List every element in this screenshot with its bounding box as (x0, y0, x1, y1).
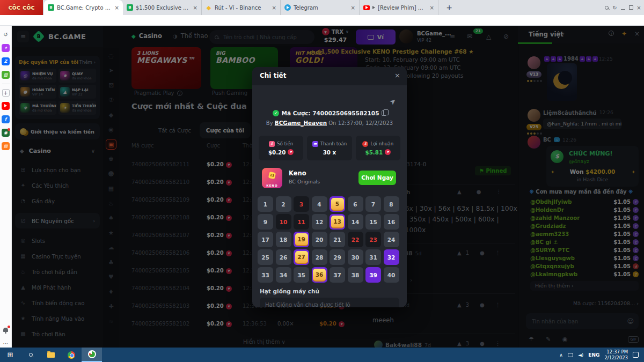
keno-cell[interactable]: 26 (276, 249, 291, 265)
keno-cell[interactable]: 30 (348, 249, 363, 265)
keno-cell[interactable]: 8 (384, 196, 399, 212)
keno-cell[interactable]: 40 (384, 267, 399, 283)
keno-cell[interactable]: 17 (258, 232, 273, 247)
browser-side-rail: ↺✦Z▧+f◉▤⋯ (0, 26, 12, 348)
new-tab-button[interactable]: + (443, 2, 455, 13)
language-indicator[interactable]: ENG (588, 352, 599, 358)
browser-tab[interactable]: ◆Rút - Ví - Binance× (202, 0, 281, 15)
keno-cell[interactable]: 23 (365, 232, 381, 247)
tab-close-icon[interactable]: × (115, 5, 119, 11)
keno-cell[interactable]: 20 (312, 232, 327, 247)
keno-cell[interactable]: 18 (276, 232, 291, 247)
taskbar-clock[interactable]: 12:37 PM 2/12/2023 (604, 349, 628, 360)
coccoc-taskbar-icon[interactable] (82, 348, 102, 362)
bet-author-row: By BCGame_Heaven On 12:37:00, 12/2/2023 (252, 120, 407, 126)
keno-cell[interactable]: 39 (365, 267, 381, 283)
keno-cell[interactable]: 7 (365, 196, 381, 212)
play-icon (287, 6, 289, 9)
server-seed-field[interactable]: Hạt Giống vẫn chưa được tiết lộ (260, 298, 399, 307)
keno-cell[interactable]: 19 (294, 232, 309, 247)
keno-cell[interactable]: 38 (348, 267, 363, 283)
stat-label: Thanh toán (320, 141, 347, 146)
chrome-icon[interactable] (61, 348, 82, 362)
tab-close-icon[interactable]: × (351, 5, 355, 11)
tab-search-icon[interactable] (603, 5, 611, 11)
keno-cell[interactable]: 28 (312, 249, 327, 265)
keno-cell[interactable]: 24 (384, 232, 399, 247)
keno-cell[interactable]: 13 (330, 214, 345, 230)
browser-tab[interactable]: BBC.Game: Crypto Casino Gam× (44, 0, 123, 15)
keno-cell[interactable]: 4 (312, 196, 327, 212)
browser-tab[interactable]: Telegram× (281, 0, 360, 15)
keno-cell[interactable]: 9 (258, 214, 273, 230)
author-link[interactable]: BCGame_Heaven (275, 120, 327, 126)
browser-tab[interactable]: [Review Phim] HÀO QUẢ× (360, 0, 438, 15)
coccoc-logo[interactable]: cốc cốc (0, 0, 43, 15)
keno-cell[interactable]: 35 (294, 267, 309, 283)
sports-icon[interactable]: ◉ (2, 128, 10, 137)
keno-cell[interactable]: 1 (258, 196, 273, 212)
share-icon[interactable]: ➤ (387, 96, 398, 107)
keno-cell[interactable]: 14 (348, 214, 363, 230)
keno-cell[interactable]: 10 (276, 214, 291, 230)
keno-cell[interactable]: 32 (384, 249, 399, 265)
stat-value: 30 x (323, 149, 336, 156)
tab-close-icon[interactable]: × (272, 5, 276, 11)
recent-tabs-icon[interactable]: ↻ (611, 5, 619, 11)
browser-tab[interactable]: B$1,500 Exclusive Weekend Ke× (123, 0, 202, 15)
history-icon[interactable]: ↺ (2, 30, 10, 39)
trx-coin-icon: ▼ (288, 149, 294, 155)
keno-cell[interactable]: 21 (330, 232, 345, 247)
keno-cell[interactable]: 31 (365, 249, 381, 265)
minimize-button[interactable] (619, 5, 627, 11)
bcgame-favicon-icon: B (48, 4, 54, 11)
file-explorer-icon[interactable] (41, 348, 61, 362)
keno-cell[interactable]: 6 (348, 196, 363, 212)
network-icon[interactable] (568, 353, 573, 357)
tab-close-icon[interactable]: × (193, 5, 197, 11)
keno-cell[interactable]: 15 (365, 214, 381, 230)
windows-taskbar: ⊞ ∧ ◄) ENG 12:37 PM 2/12/2023 (0, 348, 644, 362)
keno-cell[interactable]: 5 (330, 196, 345, 212)
keno-game-icon[interactable]: 13 KENO (262, 168, 282, 188)
keno-cell[interactable]: 16 (384, 214, 399, 230)
keno-cell[interactable]: 33 (258, 267, 273, 283)
more-icon[interactable]: ⋯ (2, 339, 10, 348)
messenger-icon[interactable]: ✦ (2, 43, 10, 52)
keno-cell[interactable]: 12 (312, 214, 327, 230)
keno-cell[interactable]: 3 (294, 196, 309, 212)
start-button[interactable]: ⊞ (0, 348, 20, 362)
taskbar-search-icon[interactable] (20, 348, 41, 362)
browser-tab-bar: cốc cốc BBC.Game: Crypto Casino Gam×B$1,… (0, 0, 644, 15)
keno-cell[interactable]: 29 (330, 249, 345, 265)
modal-close-icon[interactable]: × (394, 71, 400, 79)
keno-cell[interactable]: 22 (348, 232, 363, 247)
keno-cell[interactable]: 37 (330, 267, 345, 283)
keno-cell[interactable]: 27 (294, 249, 309, 265)
action-center-icon[interactable] (633, 352, 639, 358)
notification-bell-icon[interactable] (2, 326, 10, 334)
games-icon[interactable]: ▧ (2, 70, 10, 79)
zalo-icon[interactable]: Z (2, 57, 10, 65)
window-controls: ↻ × (603, 0, 643, 15)
keno-hit-tile: 5 (331, 198, 344, 211)
tray-expand-icon[interactable]: ∧ (559, 352, 563, 358)
youtube-icon[interactable] (2, 101, 10, 110)
keno-cell[interactable]: 25 (258, 249, 273, 265)
keno-cell[interactable]: 34 (276, 267, 291, 283)
bet-id-value: 74000250695582105 (312, 110, 379, 116)
copy-icon[interactable] (382, 110, 386, 116)
maximize-button[interactable] (627, 5, 635, 11)
add-icon[interactable]: + (2, 89, 10, 97)
keno-cell[interactable]: 2 (276, 196, 291, 212)
volume-icon[interactable]: ◄) (578, 352, 583, 358)
close-window-button[interactable]: × (635, 5, 643, 11)
play-now-button[interactable]: Chơi Ngay (358, 171, 396, 185)
keno-cell[interactable]: 36 (312, 267, 327, 283)
tab-close-icon[interactable]: × (430, 5, 434, 11)
tab-title: [Review Phim] HÀO QUẢ (378, 5, 427, 11)
shop-icon[interactable]: ▤ (2, 142, 10, 150)
bet-id-row: ✓ Mã Cược: 74000250695582105 (252, 110, 407, 116)
keno-cell[interactable]: 11 (294, 214, 309, 230)
facebook-icon[interactable]: f (2, 115, 10, 123)
